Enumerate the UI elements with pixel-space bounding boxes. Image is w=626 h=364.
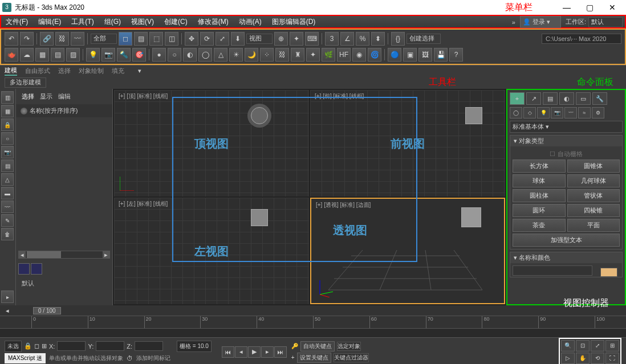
vp-top-label[interactable]: [+] [顶] [标准] [线框] (119, 92, 168, 100)
help-icon[interactable]: ? (449, 48, 463, 62)
save-icon[interactable]: 💾 (434, 48, 448, 62)
light-omni-icon[interactable]: 💡 (86, 48, 100, 62)
cloud-icon[interactable]: ☁ (20, 48, 34, 62)
select-name-button[interactable]: ▤ (134, 32, 148, 46)
close-button[interactable]: ✕ (601, 1, 624, 14)
tab-freeform[interactable]: 自由形式 (25, 67, 50, 75)
name-color-header[interactable]: ▾ 名称和颜色 (510, 252, 622, 263)
plant-icon[interactable]: 🌿 (322, 48, 335, 62)
tab-populate[interactable]: 填充 (112, 67, 124, 75)
login-button[interactable]: 👤 登录 ▾ (520, 16, 561, 28)
orbit-icon[interactable]: ⟲ (591, 353, 604, 364)
time-slider[interactable]: 0 / 100 (33, 307, 61, 314)
move-button[interactable]: ✥ (185, 32, 198, 46)
undo-button[interactable]: ↶ (5, 32, 18, 46)
isolate-icon[interactable]: ◻ (34, 342, 39, 350)
marker-icon[interactable]: ✎ (1, 214, 14, 227)
rotate-button[interactable]: ⟳ (200, 32, 214, 46)
menu-group[interactable]: 组(G) (104, 17, 121, 27)
menu-tools[interactable]: 工具(T) (71, 17, 94, 27)
wave-icon[interactable]: 〰 (1, 201, 14, 213)
project-path[interactable]: C:\Users\··· Max 2020 (542, 34, 621, 44)
object-name-input[interactable] (513, 265, 592, 276)
goto-start-button[interactable]: ⏮ (222, 346, 234, 358)
time-ruler[interactable]: 0 10 20 30 40 50 60 70 80 90 100 (0, 316, 626, 328)
ribbon-expand-icon[interactable]: ▾ (138, 67, 141, 75)
moon-icon[interactable]: 🌙 (245, 48, 258, 62)
vp-front-label[interactable]: [+] [前] [标准] [线框] (315, 92, 364, 100)
sphere-solid-icon[interactable]: ● (152, 48, 166, 62)
y-input[interactable] (96, 341, 124, 351)
x-input[interactable] (57, 341, 86, 351)
render-frame-icon[interactable]: ▤ (51, 48, 64, 62)
menu-graph-editor[interactable]: 图形编辑器(D) (272, 17, 316, 27)
geom-icon[interactable]: △ (1, 173, 14, 186)
maximize-button[interactable]: ▢ (578, 1, 601, 14)
scroll-right-arrow[interactable]: ▸ (103, 251, 109, 258)
prim-plane[interactable]: 平面 (567, 219, 620, 232)
z-input[interactable] (135, 341, 163, 351)
menu-create[interactable]: 创建(C) (164, 17, 188, 27)
motion-tab-icon[interactable]: ◐ (559, 92, 574, 105)
workspace-selector[interactable]: 默认 (588, 17, 623, 27)
time-tag-icon[interactable]: ⏱ (127, 355, 133, 362)
chevron-icon[interactable]: » (512, 19, 515, 26)
scroll-left-arrow[interactable]: ◂ (19, 251, 26, 258)
sub-spacewarps-icon[interactable]: ≈ (578, 107, 591, 118)
material-editor-icon[interactable]: ▣ (403, 48, 417, 62)
cone-icon[interactable]: △ (214, 48, 227, 62)
layers-icon[interactable]: ▦ (1, 105, 14, 117)
prim-sphere[interactable]: 球体 (513, 174, 566, 187)
sub-geometry-icon[interactable]: ◯ (510, 107, 522, 118)
lock-icon[interactable]: 🔒 (1, 118, 14, 131)
menu-animation[interactable]: 动画(A) (239, 17, 262, 27)
pan-icon[interactable]: ✋ (576, 353, 590, 364)
scale-button[interactable]: ⤢ (216, 32, 229, 46)
texture-icon[interactable]: ◉ (352, 48, 366, 62)
render-setup-icon[interactable]: ▦ (35, 48, 49, 62)
tab-modeling[interactable]: 建模 (5, 66, 17, 76)
sphere-wire-icon[interactable]: ○ (168, 48, 181, 62)
scene-scrollbar[interactable]: ◂ ▸ (18, 251, 110, 259)
prim-tube[interactable]: 管状体 (567, 189, 620, 202)
render-icon[interactable]: 🖼 (418, 48, 432, 62)
hf-icon[interactable]: HF (337, 48, 351, 62)
named-selection-button[interactable]: {} (391, 32, 405, 46)
link-chain-icon[interactable]: ⛓ (275, 48, 289, 62)
prim-geosphere[interactable]: 几何球体 (567, 174, 620, 187)
maximize-viewport-icon[interactable]: ⛶ (605, 353, 619, 364)
sub-shapes-icon[interactable]: ◇ (523, 107, 536, 118)
redo-button[interactable]: ↷ (20, 32, 34, 46)
color-swatch[interactable] (600, 268, 617, 277)
display-tab-icon[interactable]: ▭ (576, 92, 591, 105)
cam-icon[interactable]: 📷 (1, 146, 14, 158)
set-key-button[interactable]: 设置关键点 (297, 353, 331, 363)
scroll-thumb[interactable] (27, 251, 61, 258)
prev-frame-button[interactable]: ◂ (235, 346, 247, 358)
trash-icon[interactable]: 🗑 (1, 228, 14, 240)
prim-box[interactable]: 长方体 (513, 159, 566, 173)
time-slider-bar[interactable]: ◂ 0 / 100 (0, 305, 626, 316)
menu-modifier[interactable]: 修改器(M) (198, 17, 229, 27)
tab-select[interactable]: 选择 (58, 67, 71, 75)
light-spot-icon[interactable]: 🔦 (117, 48, 131, 62)
round-icon[interactable]: ○ (1, 132, 14, 145)
key-mode-icon[interactable]: 🔑 (291, 343, 298, 349)
scene-name-header[interactable]: 名称(按升序排序) (16, 104, 112, 117)
modify-tab-icon[interactable]: ↗ (526, 92, 541, 105)
particles-icon[interactable]: ⁘ (260, 48, 274, 62)
menu-edit[interactable]: 编辑(E) (38, 17, 61, 27)
thumb-2[interactable] (31, 263, 42, 275)
placement-button[interactable]: ⬇ (231, 32, 245, 46)
bar-icon[interactable]: ▬ (1, 187, 14, 199)
sun-icon[interactable]: ☀ (229, 48, 243, 62)
menu-file[interactable]: 文件(F) (6, 17, 28, 27)
coord-icon[interactable]: ⊞ (42, 342, 47, 350)
prim-textplus[interactable]: 加强型文本 (513, 234, 620, 247)
lock-sel-icon[interactable]: 🔒 (24, 342, 32, 350)
zoom-extents-all-icon[interactable]: ⊞ (605, 340, 619, 351)
primitive-set-combo[interactable]: 标准基本体 ▾ (510, 121, 623, 133)
angle-snap-button[interactable]: ∠ (340, 32, 354, 46)
scene-tab-select[interactable]: 选择 (22, 92, 34, 101)
prim-teapot[interactable]: 茶壶 (513, 219, 566, 232)
